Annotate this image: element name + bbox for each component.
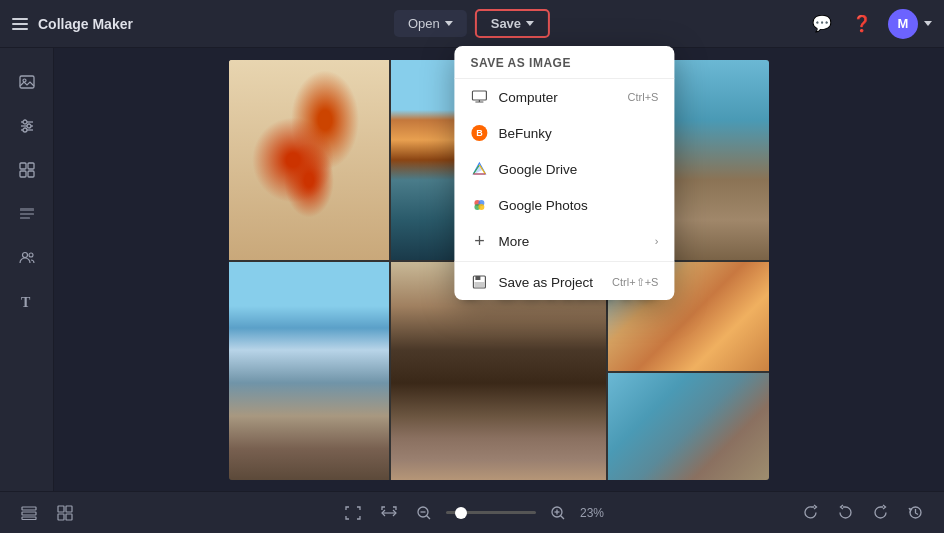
sidebar-item-text-layer[interactable] <box>7 194 47 234</box>
more-arrow-icon: › <box>655 235 659 247</box>
open-chevron-icon <box>445 21 453 26</box>
app-title: Collage Maker <box>38 16 133 32</box>
fit-screen-button[interactable] <box>340 501 366 525</box>
sidebar-item-type[interactable]: T <box>7 282 47 322</box>
save-button[interactable]: Save <box>475 9 550 38</box>
gphotos-label: Google Photos <box>498 198 587 213</box>
menu-button[interactable] <box>12 18 28 30</box>
bottombar-left <box>16 500 78 526</box>
open-button[interactable]: Open <box>394 10 467 37</box>
svg-rect-38 <box>58 514 64 520</box>
zoom-percent-label: 23% <box>580 506 604 520</box>
svg-point-18 <box>23 120 27 124</box>
more-plus-icon: + <box>470 232 488 250</box>
grid-view-button[interactable] <box>52 500 78 526</box>
svg-line-45 <box>560 515 564 519</box>
svg-rect-35 <box>22 517 36 520</box>
svg-text:T: T <box>21 295 31 310</box>
gdrive-label: Google Drive <box>498 162 577 177</box>
save-more-item[interactable]: + More › <box>454 223 674 259</box>
befunky-icon: B <box>470 124 488 142</box>
sidebar-item-adjust[interactable] <box>7 106 47 146</box>
svg-rect-29 <box>20 217 30 219</box>
save-dropdown-menu: Save as Image Computer Ctrl+S B BeFunky <box>454 46 674 300</box>
sidebar-item-image[interactable] <box>7 62 47 102</box>
photo-pizza <box>229 60 389 260</box>
svg-rect-34 <box>22 512 36 515</box>
history-button[interactable] <box>903 500 928 525</box>
save-to-gdrive-item[interactable]: Google Drive <box>454 151 674 187</box>
befunky-label: BeFunky <box>498 126 551 141</box>
topbar-right: 💬 ❓ M <box>808 9 932 39</box>
topbar-center: Open Save <box>394 9 550 38</box>
svg-point-30 <box>22 253 27 258</box>
left-sidebar: T <box>0 48 54 491</box>
svg-rect-24 <box>28 163 34 169</box>
svg-rect-36 <box>58 506 64 512</box>
save-as-project-item[interactable]: Save as Project Ctrl+⇧+S <box>454 264 674 300</box>
svg-rect-26 <box>28 171 34 177</box>
undo-button[interactable] <box>833 500 858 525</box>
zoom-out-button[interactable] <box>412 501 436 525</box>
zoom-in-button[interactable] <box>546 501 570 525</box>
svg-point-11 <box>478 204 484 210</box>
bottombar-center: 23% <box>340 501 604 525</box>
save-project-shortcut: Ctrl+⇧+S <box>612 276 658 289</box>
adjust-icon <box>18 117 36 135</box>
computer-shortcut: Ctrl+S <box>628 91 659 103</box>
chat-icon-button[interactable]: 💬 <box>808 10 836 38</box>
svg-rect-39 <box>66 514 72 520</box>
save-project-label: Save as Project <box>498 275 593 290</box>
svg-rect-13 <box>475 276 480 280</box>
svg-point-20 <box>27 124 31 128</box>
svg-rect-28 <box>20 213 34 215</box>
image-icon <box>18 73 36 91</box>
more-label: More <box>498 234 529 249</box>
people-icon <box>18 249 36 267</box>
svg-point-16 <box>23 79 26 82</box>
svg-point-22 <box>23 128 27 132</box>
save-chevron-icon <box>526 21 534 26</box>
dropdown-divider <box>454 261 674 262</box>
svg-rect-33 <box>22 507 36 510</box>
topbar: Collage Maker Open Save 💬 ❓ M Save as Im… <box>0 0 944 48</box>
save-to-befunky-item[interactable]: B BeFunky <box>454 115 674 151</box>
avatar-chevron-icon <box>924 21 932 26</box>
svg-rect-23 <box>20 163 26 169</box>
fit-width-button[interactable] <box>376 501 402 525</box>
bottombar: 23% <box>0 491 944 533</box>
photo-blue-street <box>229 262 389 480</box>
help-icon-button[interactable]: ❓ <box>848 10 876 38</box>
svg-line-42 <box>426 515 430 519</box>
sidebar-item-layout[interactable] <box>7 150 47 190</box>
photo-woman-dress <box>608 373 769 480</box>
text-layer-icon <box>18 205 36 223</box>
sidebar-item-people[interactable] <box>7 238 47 278</box>
computer-label: Computer <box>498 90 557 105</box>
refresh-button[interactable] <box>798 500 823 525</box>
redo-button[interactable] <box>868 500 893 525</box>
svg-rect-27 <box>20 208 34 211</box>
layers-button[interactable] <box>16 500 42 526</box>
svg-point-31 <box>29 253 33 257</box>
svg-rect-25 <box>20 171 26 177</box>
save-to-gphotos-item[interactable]: Google Photos <box>454 187 674 223</box>
gphotos-icon <box>470 196 488 214</box>
zoom-slider[interactable] <box>446 511 536 514</box>
save-to-computer-item[interactable]: Computer Ctrl+S <box>454 79 674 115</box>
layout-icon <box>18 161 36 179</box>
svg-rect-15 <box>20 76 34 88</box>
svg-rect-37 <box>66 506 72 512</box>
avatar[interactable]: M <box>888 9 918 39</box>
gdrive-icon <box>470 160 488 178</box>
save-project-icon <box>470 273 488 291</box>
svg-rect-14 <box>474 282 484 287</box>
bottombar-right <box>798 500 928 525</box>
type-icon: T <box>18 293 36 311</box>
svg-rect-0 <box>472 91 486 100</box>
computer-icon <box>470 88 488 106</box>
dropdown-header: Save as Image <box>454 46 674 79</box>
